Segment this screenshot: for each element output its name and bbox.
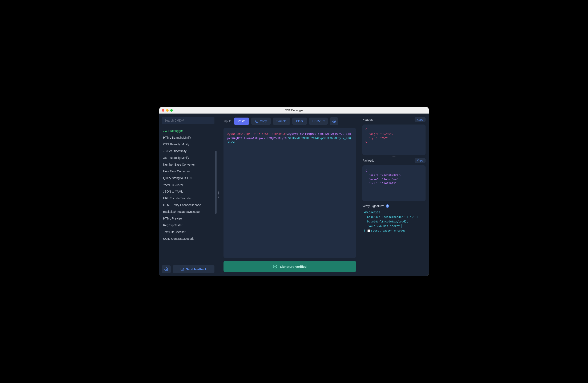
payload-title: Payload: (362, 159, 374, 162)
sidebar-resize-handle[interactable] (217, 113, 220, 276)
sidebar-item-json-to-yaml[interactable]: JSON to YAML (159, 188, 217, 195)
sidebar-footer: Send feedback (159, 263, 217, 276)
sample-button[interactable]: Sample (273, 117, 290, 125)
copy-icon (255, 120, 258, 123)
feedback-label: Send feedback (186, 268, 207, 271)
mail-icon (181, 268, 184, 271)
window-title: JWT Debugger (159, 109, 429, 112)
input-label: Input: (224, 119, 231, 123)
clear-button[interactable]: Clear (292, 117, 307, 125)
signature-formula: HMACSHA256( base64UrlEncode(header) + ".… (362, 210, 425, 233)
status-label: Signature Verified (280, 265, 307, 268)
sidebar-item-html-preview[interactable]: HTML Preview (159, 215, 217, 222)
svg-rect-2 (256, 121, 258, 122)
paste-button[interactable]: Paste (234, 117, 249, 125)
sidebar-item-html-entity[interactable]: HTML Entity Encode/Decode (159, 202, 217, 208)
help-icon[interactable]: ? (386, 204, 389, 208)
signature-status: Signature Verified (224, 261, 356, 272)
maximize-window[interactable] (170, 109, 173, 112)
copy-payload-button[interactable]: Copy (415, 158, 425, 163)
sidebar-item-query-string[interactable]: Query String to JSON (159, 175, 217, 181)
sidebar-item-html-beautify[interactable]: HTML Beautify/Minify (159, 134, 217, 141)
base64-checkbox[interactable] (367, 229, 370, 232)
sidebar-item-url-encode[interactable]: URL Encode/Decode (159, 195, 217, 202)
header-title: Header: (362, 118, 373, 121)
algorithm-select-wrap: HS256 (309, 117, 328, 125)
secret-input[interactable] (367, 224, 402, 228)
close-window[interactable] (162, 109, 164, 112)
header-code[interactable]: { "alg": "HS256", "typ": "JWT"} (362, 125, 425, 155)
content-area: JWT Debugger HTML Beautify/Minify CSS Be… (159, 113, 429, 276)
titlebar: JWT Debugger (159, 107, 429, 113)
gear-icon (332, 119, 336, 123)
header-payload-resize[interactable] (362, 155, 425, 158)
signature-panel: Verify Signature: ? HMACSHA256( base64Ur… (362, 204, 425, 233)
sidebar-item-yaml-to-json[interactable]: YAML to JSON (159, 181, 217, 188)
jwt-input-box[interactable]: eyJhbGciOiJIUzI1NiIsInR5cCI6IkpXVCJ9.eyJ… (224, 128, 356, 258)
sidebar-item-xml-beautify[interactable]: XML Beautify/Minify (159, 155, 217, 161)
settings-button[interactable] (162, 265, 171, 273)
check-circle-icon (273, 264, 277, 269)
scrollbar-thumb[interactable] (215, 151, 217, 214)
sidebar-item-number-base[interactable]: Number Base Converter (159, 161, 217, 168)
sidebar-item-js-beautify[interactable]: JS Beautify/Minify (159, 148, 217, 155)
right-resize-handle[interactable] (360, 113, 362, 276)
sidebar-item-css-beautify[interactable]: CSS Beautify/Minify (159, 141, 217, 148)
minimize-window[interactable] (166, 109, 168, 112)
right-panel: Header: Copy { "alg": "HS256", "typ": "J… (362, 113, 429, 276)
header-panel: Header: Copy { "alg": "HS256", "typ": "J… (362, 117, 425, 155)
tool-settings-button[interactable] (330, 117, 338, 125)
copy-label: Copy (260, 119, 267, 123)
feedback-button[interactable]: Send feedback (173, 265, 214, 273)
copy-button[interactable]: Copy (251, 117, 271, 125)
payload-signature-resize[interactable] (362, 201, 425, 204)
search-input[interactable] (162, 117, 214, 124)
svg-point-0 (166, 269, 167, 270)
sidebar-item-jwt-debugger[interactable]: JWT Debugger (159, 127, 217, 134)
payload-code[interactable]: { "sub": "1234567890", "name": "John Doe… (362, 165, 425, 201)
sidebar-item-text-diff[interactable]: Text Diff Checker (159, 228, 217, 235)
sidebar-item-unix-time[interactable]: Unix Time Converter (159, 168, 217, 175)
jwt-header-segment: eyJhbGciOiJIUzI1NiIsInR5cCI6IkpXVCJ9 (227, 132, 287, 135)
sidebar-item-uuid[interactable]: UUID Generate/Decode (159, 235, 217, 242)
sidebar-item-backslash[interactable]: Backslash Escape/Unscape (159, 208, 217, 215)
base64-label[interactable]: secret base64 encoded (371, 229, 405, 232)
svg-point-4 (273, 265, 277, 268)
svg-point-3 (334, 121, 335, 122)
payload-panel: Payload: Copy { "sub": "1234567890", "na… (362, 158, 425, 201)
sidebar: JWT Debugger HTML Beautify/Minify CSS Be… (159, 113, 217, 276)
main-panel: Input: Paste Copy Sample Clear HS256 eyJ… (220, 113, 360, 276)
verify-title: Verify Signature: (362, 204, 384, 208)
search-wrap (159, 113, 217, 126)
tool-list: JWT Debugger HTML Beautify/Minify CSS Be… (159, 126, 217, 263)
app-window: JWT Debugger JWT Debugger HTML Beautify/… (159, 107, 429, 276)
algorithm-select[interactable]: HS256 (309, 117, 328, 125)
copy-header-button[interactable]: Copy (415, 117, 425, 122)
sidebar-item-regexp[interactable]: RegExp Tester (159, 222, 217, 228)
traffic-lights (159, 109, 173, 112)
gear-icon (164, 267, 168, 271)
toolbar: Input: Paste Copy Sample Clear HS256 (224, 117, 356, 125)
